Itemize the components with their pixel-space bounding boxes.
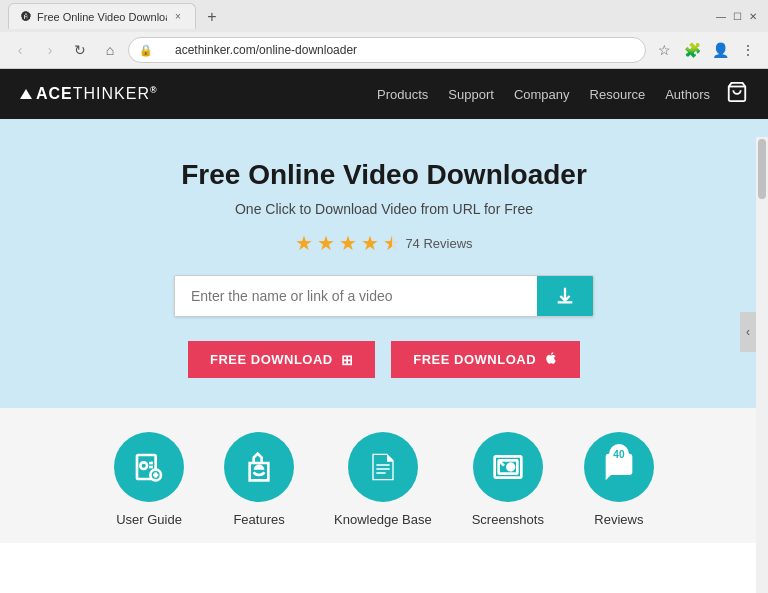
icon-item-screenshots[interactable]: Screenshots <box>472 432 544 527</box>
bottom-icons-section: User Guide Features <box>0 408 768 543</box>
tab-title: Free Online Video Downloader - <box>37 11 167 23</box>
active-tab[interactable]: 🅐 Free Online Video Downloader - × <box>8 3 196 29</box>
download-btn2-label: FREE DOWNLOAD <box>413 352 536 367</box>
icon-item-user-guide[interactable]: User Guide <box>114 432 184 527</box>
star-2: ★ <box>317 231 335 255</box>
stars-row: ★ ★ ★ ★ ★ ★ 74 Reviews <box>20 231 748 255</box>
mac-icon <box>544 351 558 368</box>
icon-item-reviews[interactable]: 40 Reviews <box>584 432 654 527</box>
profile-icon[interactable]: 👤 <box>708 38 732 62</box>
icon-item-features[interactable]: Features <box>224 432 294 527</box>
hero-subtitle: One Click to Download Video from URL for… <box>20 201 748 217</box>
nav-support[interactable]: Support <box>448 87 494 102</box>
url-text: acethinker.com/online-downloader <box>175 43 357 57</box>
extension-icon[interactable]: 🧩 <box>680 38 704 62</box>
maximize-button[interactable]: ☐ <box>730 9 744 23</box>
user-guide-icon-circle <box>114 432 184 502</box>
address-bar-row: ‹ › ↻ ⌂ 🔒 acethinker.com/online-download… <box>0 32 768 68</box>
bookmark-button[interactable]: ☆ <box>652 38 676 62</box>
svg-point-2 <box>140 462 147 469</box>
nav-authors[interactable]: Authors <box>665 87 710 102</box>
download-windows-button[interactable]: FREE DOWNLOAD ⊞ <box>188 341 375 378</box>
knowledge-base-icon-circle <box>348 432 418 502</box>
scrollbar-thumb[interactable] <box>758 139 766 199</box>
svg-point-10 <box>507 464 514 471</box>
nav-links: Products Support Company Resource Author… <box>377 87 710 102</box>
hero-section: Free Online Video Downloader One Click t… <box>0 119 768 408</box>
scrollbar-track[interactable] <box>756 137 768 593</box>
nav-company[interactable]: Company <box>514 87 570 102</box>
search-download-button[interactable] <box>537 276 593 316</box>
download-buttons: FREE DOWNLOAD ⊞ FREE DOWNLOAD <box>20 341 748 378</box>
screenshots-icon-circle <box>473 432 543 502</box>
download-btn1-label: FREE DOWNLOAD <box>210 352 333 367</box>
reviews-icon-circle: 40 <box>584 432 654 502</box>
hero-title: Free Online Video Downloader <box>20 159 748 191</box>
star-4: ★ <box>361 231 379 255</box>
refresh-button[interactable]: ↻ <box>68 38 92 62</box>
reviews-label: Reviews <box>594 512 643 527</box>
address-field[interactable]: 🔒 acethinker.com/online-downloader <box>128 37 646 63</box>
reviews-badge: 40 <box>609 444 629 464</box>
logo-text: ACETHINKER® <box>36 85 158 103</box>
knowledge-base-icon-wrapper <box>348 432 418 502</box>
logo-triangle-icon <box>20 89 32 99</box>
tabs-area: 🅐 Free Online Video Downloader - × + <box>8 3 224 29</box>
features-icon-circle <box>224 432 294 502</box>
user-guide-label: User Guide <box>116 512 182 527</box>
star-1: ★ <box>295 231 313 255</box>
star-5-half: ★ ★ <box>383 231 401 255</box>
windows-icon: ⊞ <box>341 352 354 368</box>
nav-products[interactable]: Products <box>377 87 428 102</box>
site-navigation: ACETHINKER® Products Support Company Res… <box>0 69 768 119</box>
tab-favicon: 🅐 <box>21 11 31 22</box>
star-3: ★ <box>339 231 357 255</box>
search-row <box>20 275 748 317</box>
features-icon-wrapper <box>224 432 294 502</box>
search-container <box>174 275 594 317</box>
download-mac-button[interactable]: FREE DOWNLOAD <box>391 341 580 378</box>
menu-button[interactable]: ⋮ <box>736 38 760 62</box>
cart-icon[interactable] <box>726 81 748 108</box>
window-controls: — ☐ ✕ <box>714 9 760 23</box>
title-bar: 🅐 Free Online Video Downloader - × + — ☐… <box>0 0 768 32</box>
search-input[interactable] <box>175 276 537 316</box>
browser-toolbar: ☆ 🧩 👤 ⋮ <box>652 38 760 62</box>
reviews-count: 74 Reviews <box>405 236 472 251</box>
features-label: Features <box>233 512 284 527</box>
back-button[interactable]: ‹ <box>8 38 32 62</box>
user-guide-icon-wrapper <box>114 432 184 502</box>
screenshots-icon-wrapper <box>473 432 543 502</box>
browser-chrome: 🅐 Free Online Video Downloader - × + — ☐… <box>0 0 768 69</box>
reviews-icon-wrapper: 40 <box>584 432 654 502</box>
home-button[interactable]: ⌂ <box>98 38 122 62</box>
screenshots-label: Screenshots <box>472 512 544 527</box>
page-content: ‹ ACETHINKER® Products Support Company R… <box>0 69 768 593</box>
forward-button[interactable]: › <box>38 38 62 62</box>
side-expand-arrow[interactable]: ‹ <box>740 312 756 352</box>
nav-resource[interactable]: Resource <box>590 87 646 102</box>
knowledge-base-label: Knowledge Base <box>334 512 432 527</box>
tab-close-button[interactable]: × <box>173 11 183 22</box>
new-tab-button[interactable]: + <box>200 5 224 29</box>
lock-icon: 🔒 <box>139 44 153 57</box>
close-window-button[interactable]: ✕ <box>746 9 760 23</box>
icon-item-knowledge-base[interactable]: Knowledge Base <box>334 432 432 527</box>
minimize-button[interactable]: — <box>714 9 728 23</box>
site-logo[interactable]: ACETHINKER® <box>20 85 158 103</box>
